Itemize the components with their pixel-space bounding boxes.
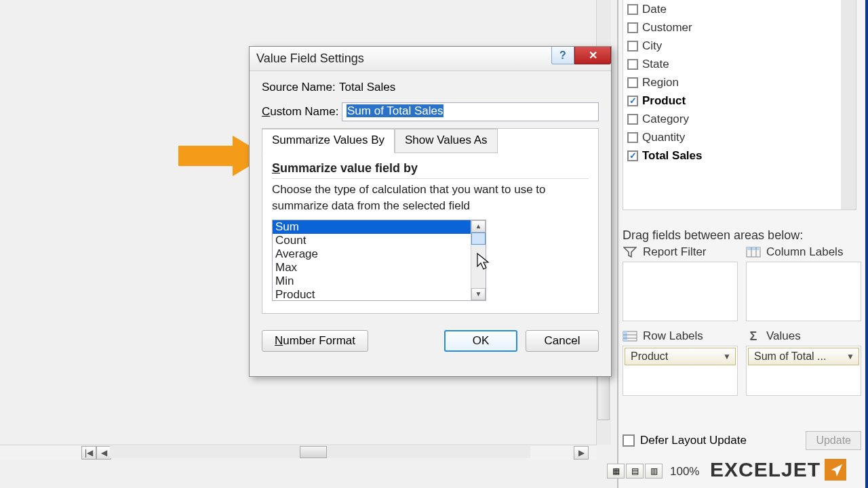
checkbox-icon[interactable] <box>627 22 638 33</box>
calc-option-sum[interactable]: Sum <box>273 220 471 234</box>
tab-show-values-as[interactable]: Show Values As <box>395 129 498 153</box>
values-drop[interactable]: Sum of Total ... ▼ <box>746 346 861 396</box>
field-product[interactable]: Product <box>626 92 856 110</box>
report-filter-area[interactable]: Report Filter <box>623 245 738 321</box>
checkbox-icon[interactable] <box>627 77 638 88</box>
calc-option-min[interactable]: Min <box>273 274 471 288</box>
column-labels-icon <box>746 246 761 258</box>
checkbox-icon[interactable] <box>627 41 638 52</box>
pill-label: Product <box>631 350 668 363</box>
section-description: Choose the type of calculation that you … <box>272 182 589 214</box>
scroll-thumb[interactable] <box>471 232 486 245</box>
checkbox-icon[interactable] <box>627 114 638 125</box>
area-label: Row Labels <box>643 329 703 343</box>
source-name-label: Source Name: <box>262 81 339 94</box>
row-labels-area[interactable]: Row Labels Product ▼ <box>623 329 738 396</box>
svg-rect-1 <box>747 247 760 250</box>
number-format-button[interactable]: Number Format <box>262 330 368 352</box>
field-list: Date Customer City State Region Product <box>623 0 856 210</box>
help-button[interactable]: ? <box>551 47 574 64</box>
column-labels-drop[interactable] <box>746 262 861 321</box>
scrollbar-thumb[interactable] <box>300 446 327 458</box>
field-region[interactable]: Region <box>626 73 856 92</box>
row-labels-drop[interactable]: Product ▼ <box>623 346 738 396</box>
section-heading: Summarize value field by <box>272 161 589 179</box>
field-city[interactable]: City <box>626 37 856 55</box>
values-area[interactable]: Σ Values Sum of Total ... ▼ <box>746 329 861 396</box>
tabs-container: Summarize Values By Show Values As Summa… <box>262 128 599 314</box>
checkbox-icon[interactable] <box>627 132 638 143</box>
close-button[interactable]: ✕ <box>574 47 611 64</box>
row-labels-icon <box>623 330 637 342</box>
checkbox-checked-icon[interactable] <box>627 96 638 106</box>
drag-areas-label: Drag fields between areas below: <box>623 228 803 243</box>
list-scrollbar[interactable]: ▲ ▼ <box>471 220 486 300</box>
pill-label: Sum of Total ... <box>754 350 826 363</box>
calc-option-product[interactable]: Product <box>273 288 471 300</box>
row-labels-pill-product[interactable]: Product ▼ <box>625 348 736 365</box>
defer-layout-label: Defer Layout Update <box>640 434 747 447</box>
normal-view-icon[interactable]: ▦ <box>607 464 625 479</box>
sigma-icon: Σ <box>746 330 761 342</box>
update-button[interactable]: Update <box>806 431 861 450</box>
dialog-titlebar[interactable]: Value Field Settings ? ✕ <box>250 47 611 71</box>
scroll-right-icon[interactable]: ▶ <box>574 446 589 460</box>
checkbox-checked-icon[interactable] <box>627 150 638 161</box>
scroll-down-icon[interactable]: ▼ <box>471 288 486 300</box>
calc-option-average[interactable]: Average <box>273 247 471 261</box>
brand-text: EXCELJET <box>710 458 821 481</box>
cancel-button[interactable]: Cancel <box>526 330 599 352</box>
custom-name-label: Custom Name: <box>262 105 342 119</box>
field-label: Category <box>642 113 689 126</box>
pivot-field-list-panel: Date Customer City State Region Product <box>617 0 868 488</box>
calc-option-max[interactable]: Max <box>273 261 471 274</box>
sheet-horizontal-scrollbar[interactable]: |◀ ◀ ▶ <box>0 445 597 460</box>
area-label: Column Labels <box>766 245 843 259</box>
filter-icon <box>623 246 637 258</box>
calculation-type-list[interactable]: Sum Count Average Max Min Product ▲ ▼ <box>272 220 486 301</box>
values-pill-sum-total[interactable]: Sum of Total ... ▼ <box>748 348 859 365</box>
defer-layout-checkbox[interactable] <box>623 434 635 447</box>
exceljet-logo: EXCELJET <box>710 458 846 481</box>
scroll-left-icon[interactable]: ◀ <box>96 446 111 460</box>
page-break-view-icon[interactable]: ▥ <box>645 464 663 479</box>
chevron-down-icon[interactable]: ▼ <box>723 352 731 361</box>
field-label: Region <box>642 76 679 89</box>
ok-button[interactable]: OK <box>444 330 517 352</box>
field-label: Product <box>642 94 686 108</box>
field-label: Quantity <box>642 131 685 144</box>
field-label: Total Sales <box>642 149 703 163</box>
field-customer[interactable]: Customer <box>626 18 856 37</box>
checkbox-icon[interactable] <box>627 4 638 15</box>
chevron-down-icon[interactable]: ▼ <box>846 352 854 361</box>
scrollbar-track[interactable] <box>110 446 530 458</box>
field-label: Customer <box>642 21 692 35</box>
field-label: City <box>642 39 662 53</box>
scroll-first-icon[interactable]: |◀ <box>81 446 96 460</box>
field-label: State <box>642 58 669 71</box>
zoom-level[interactable]: 100% <box>670 465 699 479</box>
field-category[interactable]: Category <box>626 110 856 128</box>
tab-summarize-values-by[interactable]: Summarize Values By <box>262 129 395 153</box>
svg-rect-5 <box>623 331 627 341</box>
field-label: Date <box>642 3 667 16</box>
value-field-settings-dialog: Value Field Settings ? ✕ Source Name: To… <box>249 46 612 377</box>
area-label: Values <box>766 329 801 343</box>
column-labels-area[interactable]: Column Labels <box>746 245 861 321</box>
calc-option-count[interactable]: Count <box>273 234 471 247</box>
field-total-sales[interactable]: Total Sales <box>626 146 856 165</box>
brand-mark-icon <box>825 459 846 481</box>
source-name-value: Total Sales <box>339 81 395 94</box>
area-label: Report Filter <box>643 245 707 259</box>
custom-name-input[interactable]: Sum of Total Sales <box>342 102 599 121</box>
report-filter-drop[interactable] <box>623 262 738 321</box>
field-date[interactable]: Date <box>626 0 856 18</box>
field-list-scrollbar[interactable] <box>841 0 856 209</box>
field-state[interactable]: State <box>626 55 856 73</box>
dialog-title: Value Field Settings <box>256 52 364 66</box>
field-quantity[interactable]: Quantity <box>626 128 856 146</box>
scroll-up-icon[interactable]: ▲ <box>471 220 486 232</box>
page-layout-view-icon[interactable]: ▤ <box>626 464 644 479</box>
view-mode-switcher: ▦ ▤ ▥ <box>607 464 663 479</box>
checkbox-icon[interactable] <box>627 59 638 70</box>
